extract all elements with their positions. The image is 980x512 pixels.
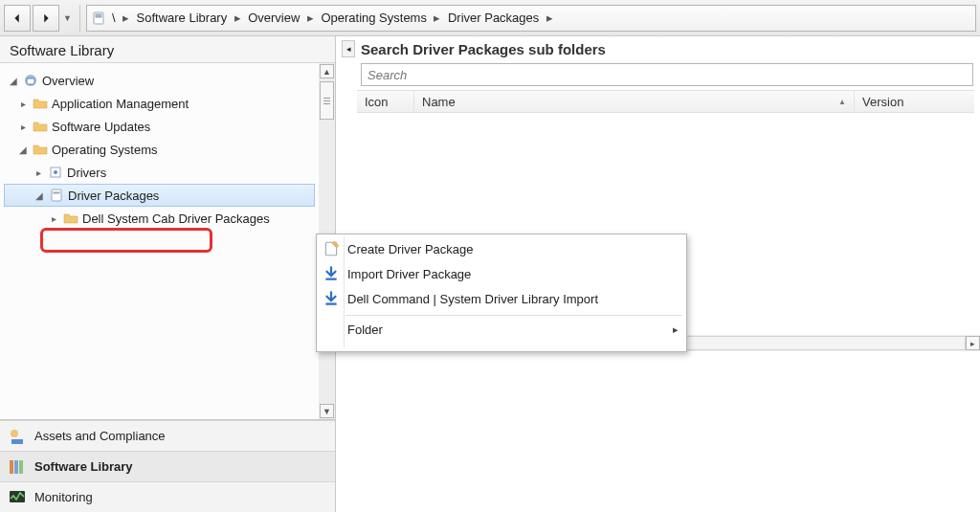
- svg-point-5: [54, 170, 57, 174]
- ctx-create-driver-package[interactable]: Create Driver Package: [317, 236, 686, 261]
- breadcrumb-software-library[interactable]: Software Library: [133, 11, 232, 25]
- folder-icon: [33, 142, 48, 157]
- tree-item-label: Driver Packages: [68, 189, 159, 203]
- column-label: Icon: [365, 95, 389, 109]
- tree-item-label: Overview: [42, 74, 94, 88]
- results-title: Search Driver Packages sub folders: [361, 41, 606, 57]
- svg-rect-2: [96, 16, 101, 17]
- collapse-icon[interactable]: ◢: [33, 189, 45, 201]
- column-label: Version: [862, 95, 903, 109]
- collapse-pane-button[interactable]: ◂: [342, 40, 355, 57]
- tree-item-operating-systems[interactable]: ◢ Operating Systems: [4, 138, 315, 161]
- nav-forward-button[interactable]: [33, 5, 59, 32]
- wunderbar-monitoring[interactable]: Monitoring: [0, 481, 335, 512]
- svg-rect-7: [54, 192, 59, 193]
- breadcrumb-operating-systems[interactable]: Operating Systems: [317, 11, 431, 25]
- svg-rect-14: [325, 278, 336, 280]
- column-label: Name: [422, 95, 456, 109]
- nav-history-dropdown[interactable]: ▼: [63, 13, 72, 23]
- blank-icon: [323, 321, 340, 338]
- svg-rect-11: [19, 460, 23, 474]
- tree-item-label: Drivers: [67, 166, 106, 180]
- scroll-thumb[interactable]: [320, 81, 334, 120]
- wunderbar-assets-compliance[interactable]: Assets and Compliance: [0, 420, 335, 451]
- breadcrumb-root-slash[interactable]: \: [108, 11, 120, 25]
- wunderbar-label: Assets and Compliance: [34, 429, 166, 443]
- address-bar[interactable]: \ ▸ Software Library ▸ Overview ▸ Operat…: [86, 5, 976, 32]
- library-icon: [8, 457, 27, 477]
- tree-item-label: Dell System Cab Driver Packages: [82, 211, 270, 226]
- svg-rect-10: [14, 460, 18, 474]
- folder-icon: [33, 96, 48, 111]
- tree-item-dell-cab[interactable]: ▸ Dell System Cab Driver Packages: [4, 207, 315, 230]
- tree-item-label: Application Management: [52, 97, 189, 111]
- chevron-right-icon[interactable]: ▸: [122, 11, 131, 25]
- svg-rect-9: [10, 460, 13, 474]
- tree-item-drivers[interactable]: ▸ Drivers: [4, 161, 315, 184]
- wunderbar: Assets and Compliance Software Library M…: [0, 420, 335, 512]
- import-icon: [323, 290, 340, 307]
- scroll-up-icon[interactable]: ▲: [320, 64, 334, 78]
- navigation-pane: Software Library ◢ Overview ▸ Applicatio…: [0, 36, 336, 512]
- address-root-icon: [91, 11, 106, 26]
- column-icon[interactable]: Icon: [357, 91, 414, 112]
- chevron-right-icon[interactable]: ▸: [305, 11, 315, 25]
- ctx-item-label: Folder: [347, 323, 383, 337]
- collapse-icon[interactable]: ◢: [8, 75, 19, 86]
- column-name[interactable]: Name ▲: [414, 91, 855, 112]
- ctx-item-label: Dell Command | System Driver Library Imp…: [347, 292, 598, 306]
- folder-icon: [63, 211, 78, 226]
- ctx-dell-command-import[interactable]: Dell Command | System Driver Library Imp…: [317, 286, 686, 311]
- expand-icon[interactable]: ▸: [17, 98, 29, 109]
- tree-item-label: Operating Systems: [52, 143, 158, 157]
- svg-rect-6: [52, 189, 61, 201]
- breadcrumb-overview[interactable]: Overview: [244, 11, 303, 25]
- overview-icon: [23, 73, 38, 88]
- column-version[interactable]: Version: [855, 91, 974, 112]
- search-input[interactable]: [361, 63, 973, 86]
- wunderbar-software-library[interactable]: Software Library: [0, 451, 335, 481]
- tree-item-driver-packages[interactable]: ◢ Driver Packages: [4, 184, 315, 207]
- wunderbar-label: Monitoring: [34, 490, 93, 504]
- tree-item-overview[interactable]: ◢ Overview: [4, 69, 315, 92]
- assets-icon: [8, 427, 27, 446]
- breadcrumb-driver-packages[interactable]: Driver Packages: [444, 11, 543, 25]
- chevron-right-icon[interactable]: ▸: [433, 11, 442, 25]
- chevron-right-icon[interactable]: ▸: [233, 11, 242, 25]
- ctx-item-label: Create Driver Package: [347, 242, 474, 256]
- package-icon: [49, 188, 64, 203]
- chevron-right-icon[interactable]: ▸: [545, 11, 554, 25]
- scroll-down-icon[interactable]: ▼: [320, 404, 334, 418]
- expand-icon[interactable]: ▸: [33, 167, 44, 178]
- context-menu[interactable]: Create Driver Package Import Driver Pack…: [316, 234, 687, 352]
- wunderbar-label: Software Library: [34, 459, 133, 474]
- tree-item-label: Software Updates: [52, 120, 150, 134]
- nav-separator: [79, 5, 80, 32]
- top-toolbar: ▼ \ ▸ Software Library ▸ Overview ▸ Oper…: [0, 0, 980, 36]
- tree-item-software-updates[interactable]: ▸ Software Updates: [4, 115, 315, 138]
- svg-rect-15: [325, 303, 336, 305]
- import-icon: [323, 265, 340, 282]
- context-menu-separator: [345, 315, 682, 316]
- column-headers[interactable]: Icon Name ▲ Version: [357, 90, 974, 113]
- expand-icon[interactable]: ▸: [17, 121, 29, 132]
- svg-rect-3: [27, 78, 34, 84]
- ctx-item-label: Import Driver Package: [347, 267, 471, 281]
- package-new-icon: [323, 240, 340, 257]
- ctx-import-driver-package[interactable]: Import Driver Package: [317, 261, 686, 286]
- nav-back-button[interactable]: [4, 5, 31, 32]
- monitoring-icon: [8, 488, 27, 507]
- expand-icon[interactable]: ▸: [48, 212, 59, 224]
- folder-icon: [33, 119, 48, 134]
- ctx-folder-submenu[interactable]: Folder: [317, 317, 686, 342]
- scroll-right-icon[interactable]: ▸: [966, 336, 980, 350]
- navigation-pane-title: Software Library: [0, 36, 335, 63]
- sort-indicator-icon: ▲: [838, 98, 846, 106]
- driver-icon: [48, 165, 63, 180]
- tree-item-application-management[interactable]: ▸ Application Management: [4, 92, 315, 115]
- svg-point-8: [11, 430, 18, 437]
- collapse-icon[interactable]: ◢: [17, 144, 29, 155]
- svg-rect-1: [96, 14, 101, 15]
- nav-tree[interactable]: ◢ Overview ▸ Application Management ▸ So…: [0, 63, 319, 419]
